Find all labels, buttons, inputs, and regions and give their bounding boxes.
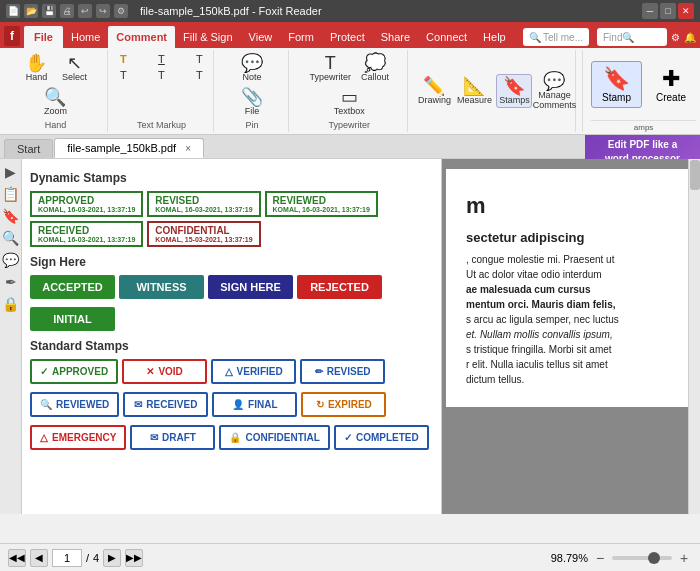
zoom-handle[interactable] (648, 552, 660, 564)
create-button[interactable]: ✚ Create (646, 62, 696, 107)
sign-here-stamp[interactable]: SIGN HERE (208, 275, 293, 299)
hand-tool-btn[interactable]: ✋ Hand (18, 52, 54, 84)
text-markup-6[interactable]: T (181, 68, 217, 82)
sidebar-icon-5[interactable]: ✒ (2, 273, 20, 291)
note-btn[interactable]: 💬 Note (234, 52, 270, 84)
sidebar-icon-4[interactable]: 💬 (2, 251, 20, 269)
witness-stamp[interactable]: WITNESS (119, 275, 204, 299)
maximize-button[interactable]: □ (660, 3, 676, 19)
page-navigation: ◀◀ ◀ 1 / 4 ▶ ▶▶ (8, 549, 143, 567)
dynamic-stamp-received[interactable]: RECEIVED KOMAL, 16-03-2021, 13:37:19 (30, 221, 143, 247)
dynamic-stamp-reviewed[interactable]: REVIEWED KOMAL, 16-03-2021, 13:37:19 (265, 191, 378, 217)
ribbon-tab-bar: f File Home Comment Fill & Sign View For… (0, 22, 700, 48)
tab-start[interactable]: Start (4, 139, 53, 158)
tab-share[interactable]: Share (373, 26, 418, 48)
open-icon[interactable]: 📂 (24, 4, 38, 18)
tab-comment[interactable]: Comment (108, 26, 175, 48)
drawing-btn[interactable]: ✏️ Drawing (416, 75, 452, 107)
std-revised[interactable]: ✏ REVISED (300, 359, 385, 384)
current-page-input[interactable]: 1 (52, 549, 82, 567)
standard-stamps-row1: ✓ APPROVED ✕ VOID △ VERIFIED ✏ REVISED (30, 359, 433, 384)
tab-fill-sign[interactable]: Fill & Sign (175, 26, 241, 48)
tab-connect[interactable]: Connect (418, 26, 475, 48)
text-markup-4[interactable]: T (105, 68, 141, 82)
find-icon: 🔍 (622, 32, 634, 43)
nav-first-button[interactable]: ◀◀ (8, 549, 26, 567)
accepted-stamp[interactable]: ACCEPTED (30, 275, 115, 299)
text-markup-1[interactable]: T (105, 52, 141, 66)
settings-icon[interactable]: ⚙ (114, 4, 128, 18)
tab-close-button[interactable]: × (185, 143, 191, 154)
pin-tools: 💬 Note 📎 File (222, 52, 282, 118)
stamps-btn[interactable]: 🔖 Stamps (496, 74, 532, 108)
create-label: Create (656, 92, 686, 103)
std-expired[interactable]: ↻ EXPIRED (301, 392, 386, 417)
text-markup-5[interactable]: T (143, 68, 179, 82)
tab-file[interactable]: File (24, 26, 63, 48)
zoom-minus-button[interactable]: − (592, 550, 608, 566)
create-icon: ✚ (662, 66, 680, 92)
std-emergency[interactable]: △ EMERGENCY (30, 425, 126, 450)
text-markup-3[interactable]: T (181, 52, 217, 66)
verified-triangle-icon: △ (225, 366, 233, 377)
zoom-plus-button[interactable]: + (676, 550, 692, 566)
std-approved[interactable]: ✓ APPROVED (30, 359, 118, 384)
dynamic-stamp-confidential[interactable]: CONFIDENTIAL KOMAL, 15-03-2021, 13:37:19 (147, 221, 260, 247)
nav-prev-button[interactable]: ◀ (30, 549, 48, 567)
std-received[interactable]: ✉ RECEIVED (123, 392, 208, 417)
right-scrollbar[interactable] (688, 159, 700, 514)
std-void[interactable]: ✕ VOID (122, 359, 207, 384)
undo-icon[interactable]: ↩ (78, 4, 92, 18)
tab-view[interactable]: View (241, 26, 281, 48)
sidebar-icon-3[interactable]: 🔍 (2, 229, 20, 247)
std-verified[interactable]: △ VERIFIED (211, 359, 296, 384)
zoom-controls: 98.79% − + (551, 550, 692, 566)
rejected-stamp[interactable]: REJECTED (297, 275, 382, 299)
tab-document[interactable]: file-sample_150kB.pdf × (54, 138, 204, 158)
redo-icon[interactable]: ↪ (96, 4, 110, 18)
file-btn[interactable]: 📎 File (234, 86, 270, 118)
sidebar-icon-6[interactable]: 🔒 (2, 295, 20, 313)
tab-help[interactable]: Help (475, 26, 514, 48)
std-final[interactable]: 👤 FINAL (212, 392, 297, 417)
nav-last-button[interactable]: ▶▶ (125, 549, 143, 567)
sidebar-icon-2[interactable]: 🔖 (2, 207, 20, 225)
completed-check-icon: ✓ (344, 432, 352, 443)
dynamic-stamp-approved[interactable]: APPROVED KOMAL, 16-03-2021, 13:37:19 (30, 191, 143, 217)
std-draft[interactable]: ✉ DRAFT (130, 425, 215, 450)
typewriter-btn[interactable]: T Typewriter (305, 52, 355, 84)
text-markup-2[interactable]: T (143, 52, 179, 66)
zoom-slider[interactable] (612, 556, 672, 560)
select-tool-btn[interactable]: ↖ Select (56, 52, 92, 84)
tab-form[interactable]: Form (280, 26, 322, 48)
measure-btn[interactable]: 📐 Measure (456, 75, 492, 107)
manage-comments-btn[interactable]: 💬 ManageComments (536, 70, 572, 112)
notification-btn[interactable]: 🔔 (684, 32, 696, 43)
foxit-logo[interactable]: f (4, 26, 20, 46)
save-icon[interactable]: 💾 (42, 4, 56, 18)
settings-btn[interactable]: ⚙ (671, 32, 680, 43)
print-icon[interactable]: 🖨 (60, 4, 74, 18)
nav-next-button[interactable]: ▶ (103, 549, 121, 567)
tab-home[interactable]: Home (63, 26, 108, 48)
std-confidential[interactable]: 🔒 CONFIDENTIAL (219, 425, 329, 450)
dynamic-stamp-revised[interactable]: REVISED KOMAL, 16-03-2021, 13:37:19 (147, 191, 260, 217)
callout-btn[interactable]: 💭 Callout (357, 52, 393, 84)
stamp-button[interactable]: 🔖 Stamp (591, 61, 642, 108)
sidebar-icon-1[interactable]: 📋 (2, 185, 20, 203)
document-content: m sectetur adipiscing , congue molestie … (442, 159, 700, 514)
textbox-btn[interactable]: ▭ Textbox (330, 86, 369, 118)
initial-stamp[interactable]: INITIAL (30, 307, 115, 331)
scrollbar-thumb[interactable] (690, 160, 700, 190)
stamp-icon: 🔖 (603, 66, 630, 92)
find-placeholder: Find (603, 32, 622, 43)
minimize-button[interactable]: ─ (642, 3, 658, 19)
sidebar-nav-icon[interactable]: ▶ (2, 163, 20, 181)
find-box[interactable]: Find 🔍 (597, 28, 667, 46)
std-completed[interactable]: ✓ COMPLETED (334, 425, 429, 450)
zoom-tool-btn[interactable]: 🔍 Zoom (37, 86, 73, 118)
std-reviewed[interactable]: 🔍 REVIEWED (30, 392, 119, 417)
tell-me-search[interactable]: 🔍 Tell me... (523, 28, 589, 46)
tab-protect[interactable]: Protect (322, 26, 373, 48)
close-button[interactable]: ✕ (678, 3, 694, 19)
